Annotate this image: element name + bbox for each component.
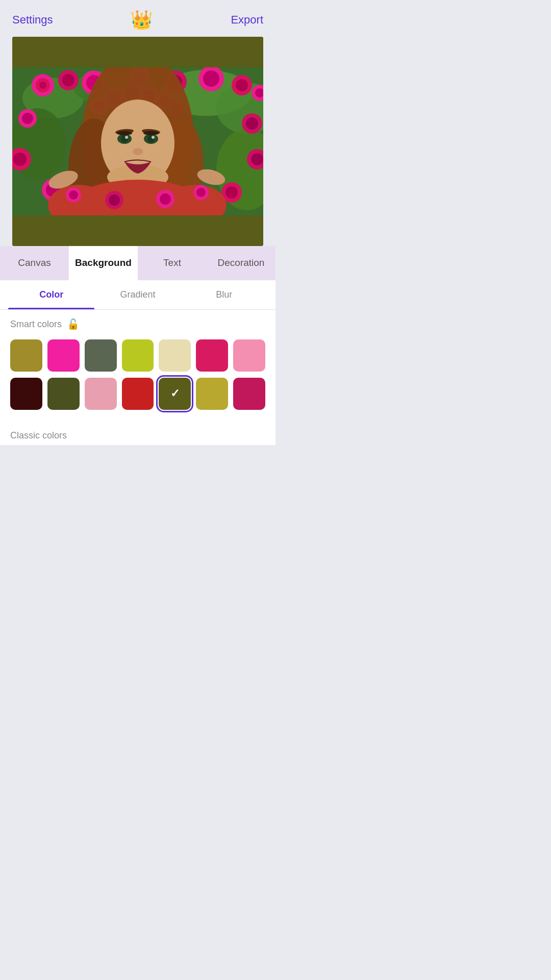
classic-colors-label: Classic colors: [0, 424, 276, 445]
check-icon: ✓: [159, 378, 191, 410]
export-button[interactable]: Export: [231, 13, 263, 27]
canvas-preview: [12, 37, 263, 246]
svg-point-79: [109, 194, 120, 206]
sub-tab-gradient[interactable]: Gradient: [94, 280, 181, 309]
svg-point-29: [13, 153, 27, 166]
sub-tab-color[interactable]: Color: [8, 280, 94, 309]
svg-point-63: [152, 136, 155, 139]
tab-decoration[interactable]: Decoration: [207, 246, 276, 280]
svg-point-23: [22, 113, 33, 124]
color-swatch-5[interactable]: [159, 339, 191, 372]
main-tabs: Canvas Background Text Decoration: [0, 246, 276, 280]
smart-colors-row-1: [10, 339, 265, 372]
color-swatch-3[interactable]: [85, 339, 117, 372]
svg-point-62: [125, 136, 128, 139]
sub-tabs: Color Gradient Blur: [0, 280, 276, 310]
svg-point-9: [39, 82, 46, 89]
tab-background[interactable]: Background: [69, 246, 138, 280]
app-header: Settings 👑 Export: [0, 0, 276, 37]
svg-point-25: [246, 117, 258, 130]
svg-point-21: [236, 79, 248, 91]
svg-point-11: [62, 74, 74, 86]
color-swatch-12[interactable]: ✓: [159, 378, 191, 410]
color-swatch-13[interactable]: [196, 378, 228, 410]
svg-point-75: [69, 190, 78, 200]
bottom-panel: Canvas Background Text Decoration Color …: [0, 246, 276, 445]
lock-icon[interactable]: 🔓: [67, 318, 80, 330]
tab-canvas[interactable]: Canvas: [0, 246, 69, 280]
color-swatch-1[interactable]: [10, 339, 42, 372]
tab-text[interactable]: Text: [138, 246, 207, 280]
svg-point-19: [203, 70, 219, 87]
canvas-bottom-padding: [12, 215, 263, 246]
crown-icon: 👑: [130, 9, 153, 31]
color-swatch-11[interactable]: [122, 378, 154, 410]
svg-point-67: [117, 131, 132, 135]
svg-point-66: [133, 148, 143, 155]
color-swatch-8[interactable]: [10, 378, 42, 410]
color-swatch-10[interactable]: [85, 378, 117, 410]
settings-button[interactable]: Settings: [12, 13, 53, 27]
color-swatch-14[interactable]: [233, 378, 265, 410]
color-swatch-2[interactable]: [47, 339, 80, 372]
svg-point-68: [143, 131, 159, 135]
smart-colors-row-2: ✓: [10, 378, 265, 410]
color-swatch-7[interactable]: [233, 339, 265, 372]
canvas-top-padding: [12, 37, 263, 67]
smart-colors-section: Smart colors 🔓 ✓: [0, 310, 276, 424]
photo-canvas: [12, 67, 263, 215]
color-swatch-9[interactable]: [47, 378, 80, 410]
svg-point-77: [196, 188, 206, 197]
color-swatch-6[interactable]: [196, 339, 228, 372]
color-swatch-4[interactable]: [122, 339, 154, 372]
svg-point-81: [160, 193, 171, 205]
smart-colors-label: Smart colors 🔓: [10, 318, 265, 330]
smart-colors-text: Smart colors: [10, 319, 62, 330]
svg-point-31: [251, 153, 263, 165]
sub-tab-blur[interactable]: Blur: [181, 280, 267, 309]
svg-point-39: [226, 186, 238, 199]
